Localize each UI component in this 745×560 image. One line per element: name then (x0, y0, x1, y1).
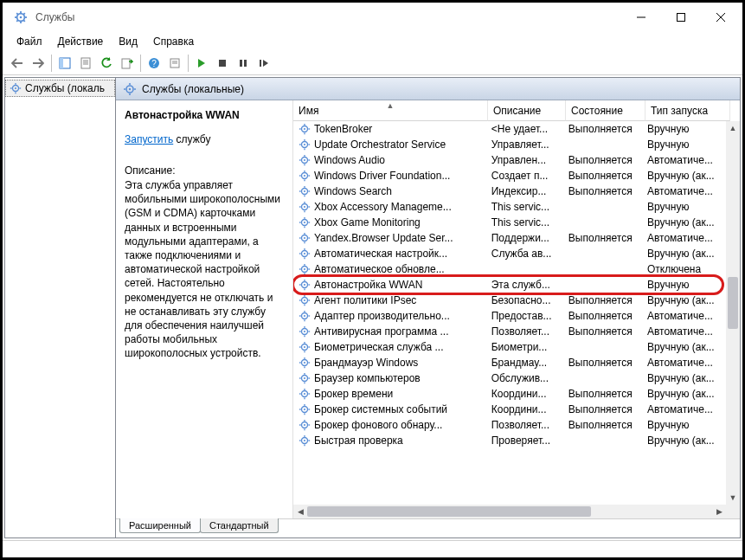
properties-button[interactable] (76, 54, 95, 73)
tab-extended[interactable]: Расширенный (119, 518, 201, 533)
horizontal-scrollbar[interactable]: ◀ ▶ (293, 505, 726, 518)
service-name: Брокер фонового обнару... (314, 419, 442, 431)
svg-line-6 (16, 13, 18, 15)
tree-item-services-local[interactable]: Службы (локаль (5, 80, 115, 97)
column-state[interactable]: Состояние (566, 100, 645, 121)
table-row[interactable]: Yandex.Browser Update Ser...Поддержи...В… (293, 230, 726, 246)
cell-description: Координи... (486, 403, 563, 415)
service-icon (299, 232, 311, 244)
cell-description: Создает п... (486, 170, 563, 182)
scroll-right-icon[interactable]: ▶ (712, 505, 726, 518)
cell-state: Выполняется (563, 325, 642, 338)
table-row[interactable]: Агент политики IPsecБезопасно...Выполняе… (293, 293, 726, 308)
service-icon (299, 310, 311, 322)
service-icon (299, 357, 311, 369)
nav-back-button[interactable] (8, 54, 27, 73)
table-row[interactable]: Брокер системных событийКоордини...Выпол… (293, 402, 726, 417)
svg-point-55 (304, 159, 305, 161)
start-service-link[interactable]: Запустить (125, 133, 173, 145)
start-service-button[interactable] (192, 54, 211, 73)
stop-service-button[interactable] (213, 54, 232, 73)
menu-file[interactable]: Файл (10, 34, 49, 49)
services-icon (123, 82, 137, 96)
table-row[interactable]: Windows Driver Foundation...Создает п...… (293, 168, 726, 183)
svg-point-79 (304, 222, 305, 223)
detail-pane: Службы (локальные) Автонастройка WWAN За… (116, 78, 740, 537)
scroll-left-icon[interactable]: ◀ (293, 505, 307, 518)
table-row[interactable]: Антивирусная программа ...Позволяет...Вы… (293, 324, 726, 339)
scroll-up-icon[interactable]: ▲ (726, 121, 740, 135)
column-startup[interactable]: Тип запуска (645, 100, 730, 121)
table-row[interactable]: Xbox Game MonitoringThis servic...Вручну… (293, 215, 726, 230)
table-row[interactable]: Брокер времениКоордини...ВыполняетсяВруч… (293, 386, 726, 402)
menu-view[interactable]: Вид (112, 34, 145, 49)
properties2-button[interactable] (165, 54, 184, 73)
table-row[interactable]: Брокер фонового обнару...Позволяет...Вып… (293, 417, 726, 433)
table-row[interactable]: Быстрая проверкаПроверяет...Вручную (ак.… (293, 433, 726, 448)
table-row[interactable]: TokenBroker<Не удает...ВыполняетсяВручну… (293, 121, 726, 137)
minimize-button[interactable] (621, 4, 661, 30)
column-name[interactable]: Имя▲ (293, 100, 488, 121)
svg-point-121 (304, 331, 305, 332)
table-row[interactable]: Автоматическая настройк...Служба ав...Вр… (293, 246, 726, 261)
cell-description: Обслужив... (486, 372, 563, 384)
service-name: Брокер времени (314, 388, 393, 400)
titlebar[interactable]: Службы (3, 3, 742, 32)
svg-point-151 (304, 409, 305, 410)
tab-standard[interactable]: Стандартный (200, 518, 279, 533)
table-row[interactable]: Windows SearchИндексир...ВыполняетсяАвто… (293, 183, 726, 199)
cell-state: Выполняется (563, 403, 642, 415)
restart-service-button[interactable] (254, 54, 273, 73)
nav-forward-button[interactable] (29, 54, 48, 73)
table-row[interactable]: Автонастройка WWANЭта служб...Вручную (293, 277, 726, 293)
service-name: Windows Driver Foundation... (314, 170, 450, 182)
menu-help[interactable]: Справка (146, 34, 201, 49)
vertical-scrollbar[interactable]: ▲ ▼ (726, 121, 740, 505)
close-button[interactable] (701, 4, 741, 30)
svg-point-73 (304, 206, 305, 208)
cell-startup: Вручную (ак... (642, 341, 726, 353)
description-text: Эта служба управляет мобильными широкопо… (125, 178, 284, 360)
scroll-track[interactable] (726, 135, 740, 491)
cell-description: Брандмау... (486, 357, 563, 369)
table-row[interactable]: Автоматическое обновле...Отключена (293, 261, 726, 277)
service-icon (299, 248, 311, 260)
pause-service-button[interactable] (234, 54, 253, 73)
cell-description: Координи... (486, 388, 563, 400)
cell-startup: Вручную (ак... (642, 248, 726, 260)
svg-point-67 (304, 190, 305, 192)
scroll-track[interactable] (307, 505, 712, 518)
maximize-button[interactable] (661, 4, 701, 30)
help-button[interactable]: ? (145, 54, 164, 73)
service-name: Xbox Game Monitoring (314, 216, 421, 229)
service-icon (299, 372, 311, 384)
scroll-down-icon[interactable]: ▼ (726, 491, 740, 505)
refresh-button[interactable] (97, 54, 116, 73)
scroll-thumb[interactable] (307, 506, 591, 517)
table-row[interactable]: Windows AudioУправлен...ВыполняетсяАвтом… (293, 152, 726, 168)
service-name: Адаптер производительно... (314, 310, 450, 322)
services-icon (10, 82, 22, 94)
column-description[interactable]: Описание (488, 100, 566, 121)
cell-name: Браузер компьютеров (293, 372, 486, 384)
service-name: Брандмауэр Windows (314, 357, 418, 369)
show-hide-tree-button[interactable] (55, 54, 74, 73)
service-name: Windows Audio (314, 154, 385, 166)
window-title: Службы (35, 11, 621, 23)
table-row[interactable]: Xbox Accessory Manageme...This servic...… (293, 199, 726, 215)
export-list-button[interactable] (118, 54, 137, 73)
scroll-thumb[interactable] (728, 277, 738, 329)
selected-service-title: Автонастройка WWAN (125, 109, 284, 121)
table-row[interactable]: Адаптер производительно...Предостав...Вы… (293, 308, 726, 324)
service-name: TokenBroker (314, 123, 372, 135)
menu-action[interactable]: Действие (51, 34, 111, 49)
table-row[interactable]: Брандмауэр WindowsБрандмау...Выполняется… (293, 355, 726, 370)
table-row[interactable]: Update Orchestrator ServiceУправляет...В… (293, 137, 726, 152)
tree-pane[interactable]: Службы (локаль (5, 78, 116, 537)
cell-name: Update Orchestrator Service (293, 138, 486, 151)
svg-point-31 (15, 87, 16, 89)
table-row[interactable]: Браузер компьютеровОбслужив...Вручную (а… (293, 370, 726, 386)
sort-indicator-icon: ▲ (387, 101, 395, 110)
svg-rect-11 (678, 14, 685, 22)
table-row[interactable]: Биометрическая служба ...Биометри...Вруч… (293, 339, 726, 355)
